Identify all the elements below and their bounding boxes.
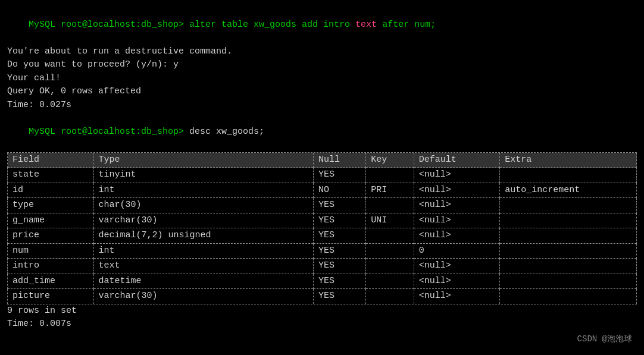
cell-1-5: auto_increment <box>500 183 637 198</box>
cell-0-3 <box>366 168 414 183</box>
col-field: Field <box>8 153 94 168</box>
cell-0-2: YES <box>314 168 366 183</box>
cell-2-0: type <box>8 198 94 213</box>
cell-7-0: add_time <box>8 274 94 289</box>
cell-3-0: g_name <box>8 213 94 228</box>
cell-2-2: YES <box>314 198 366 213</box>
table-row: typechar(30)YES<null> <box>8 198 637 213</box>
col-key: Key <box>366 153 414 168</box>
col-null: Null <box>314 153 366 168</box>
cell-0-4: <null> <box>414 168 500 183</box>
col-type: Type <box>93 153 313 168</box>
warning-line-2: Do you want to proceed? (y/n): y <box>7 58 637 72</box>
cell-7-2: YES <box>314 274 366 289</box>
cell-8-3 <box>366 289 414 304</box>
cell-1-4: <null> <box>414 183 500 198</box>
cell-3-2: YES <box>314 213 366 228</box>
col-extra: Extra <box>500 153 637 168</box>
cell-6-5 <box>500 259 637 274</box>
table-row: picturevarchar(30)YES<null> <box>8 289 637 304</box>
header-row: Field Type Null Key Default Extra <box>8 153 637 168</box>
cell-8-4: <null> <box>414 289 500 304</box>
cell-0-1: tinyint <box>93 168 313 183</box>
rows-in-set: 9 rows in set <box>7 304 637 318</box>
cell-7-4: <null> <box>414 274 500 289</box>
cell-1-0: id <box>8 183 94 198</box>
cell-6-2: YES <box>314 259 366 274</box>
command-line-2: MySQL root@localhost:db_shop> desc xw_go… <box>7 112 637 152</box>
cell-0-5 <box>500 168 637 183</box>
cell-1-3: PRI <box>366 183 414 198</box>
cell-4-2: YES <box>314 228 366 243</box>
cell-6-0: intro <box>8 259 94 274</box>
cell-5-5 <box>500 244 637 259</box>
col-default: Default <box>414 153 500 168</box>
table-row: pricedecimal(7,2) unsignedYES<null> <box>8 228 637 243</box>
warning-line-1: You're about to run a destructive comman… <box>7 45 637 59</box>
cell-3-1: varchar(30) <box>93 213 313 228</box>
table-row: numintYES0 <box>8 244 637 259</box>
cell-4-0: price <box>8 228 94 243</box>
cell-7-3 <box>366 274 414 289</box>
table-body: statetinyintYES<null>idintNOPRI<null>aut… <box>8 168 637 304</box>
prompt-2: MySQL root@localhost:db_shop> <box>29 127 184 137</box>
cmd1-after: after num; <box>377 20 436 30</box>
cell-4-3 <box>366 228 414 243</box>
cell-6-1: text <box>93 259 313 274</box>
cell-5-4: 0 <box>414 244 500 259</box>
table-row: g_namevarchar(30)YESUNI<null> <box>8 213 637 228</box>
cmd2-text: desc xw_goods; <box>184 127 264 137</box>
watermark: CSDN @泡泡球 <box>577 334 632 344</box>
cell-5-1: int <box>93 244 313 259</box>
cell-6-4: <null> <box>414 259 500 274</box>
cell-1-1: int <box>93 183 313 198</box>
cell-2-1: char(30) <box>93 198 313 213</box>
table-row: statetinyintYES<null> <box>8 168 637 183</box>
cell-4-1: decimal(7,2) unsigned <box>93 228 313 243</box>
warning-line-3: Your call! <box>7 72 637 86</box>
table-container: Field Type Null Key Default Extra statet… <box>7 152 637 304</box>
table-row: add_timedatetimeYES<null> <box>8 274 637 289</box>
cell-2-4: <null> <box>414 198 500 213</box>
cell-3-5 <box>500 213 637 228</box>
query-ok-line: Query OK, 0 rows affected <box>7 85 637 99</box>
cell-1-2: NO <box>314 183 366 198</box>
cell-5-2: YES <box>314 244 366 259</box>
table-header: Field Type Null Key Default Extra <box>8 153 637 168</box>
cell-8-5 <box>500 289 637 304</box>
cell-8-1: varchar(30) <box>93 289 313 304</box>
cell-8-2: YES <box>314 289 366 304</box>
terminal: MySQL root@localhost:db_shop> alter tabl… <box>7 5 637 350</box>
cell-6-3 <box>366 259 414 274</box>
keyword-text: text <box>355 20 377 30</box>
desc-table: Field Type Null Key Default Extra statet… <box>7 153 637 304</box>
cell-7-5 <box>500 274 637 289</box>
cell-5-3 <box>366 244 414 259</box>
cell-0-0: state <box>8 168 94 183</box>
cell-2-3 <box>366 198 414 213</box>
time-line-1: Time: 0.027s <box>7 99 637 112</box>
cell-8-0: picture <box>8 289 94 304</box>
cell-2-5 <box>500 198 637 213</box>
prompt-1: MySQL root@localhost:db_shop> <box>29 20 184 30</box>
command-line-1: MySQL root@localhost:db_shop> alter tabl… <box>7 5 637 45</box>
time-line-2: Time: 0.007s <box>7 318 637 331</box>
cell-7-1: datetime <box>93 274 313 289</box>
table-row: introtextYES<null> <box>8 259 637 274</box>
cell-4-4: <null> <box>414 228 500 243</box>
table-row: idintNOPRI<null>auto_increment <box>8 183 637 198</box>
cell-3-3: UNI <box>366 213 414 228</box>
cmd1-text: alter table xw_goods add intro <box>184 20 355 30</box>
cell-4-5 <box>500 228 637 243</box>
cell-3-4: <null> <box>414 213 500 228</box>
cell-5-0: num <box>8 244 94 259</box>
